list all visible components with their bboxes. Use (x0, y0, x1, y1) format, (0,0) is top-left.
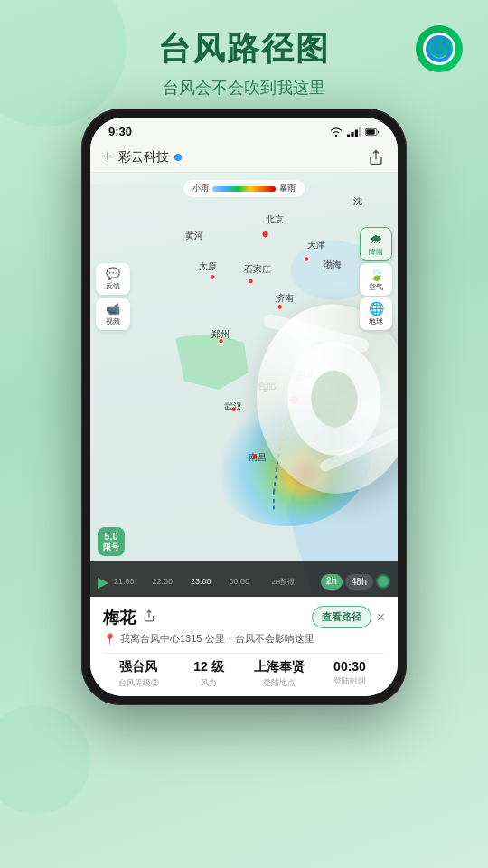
battery-icon (365, 127, 380, 137)
feedback-btn[interactable]: 💬 反馈 (96, 263, 130, 295)
bottom-panel: 梅花 查看路径 × 📍 我离台风中心1315 公里，台风不会影 (90, 597, 398, 696)
typhoon-share-icon[interactable] (143, 609, 155, 625)
feedback-icon: 💬 (98, 267, 128, 280)
city-tianjin: 天津 (307, 239, 325, 251)
stat-level-label: 台风等级② (103, 677, 174, 689)
svg-rect-5 (366, 129, 374, 134)
stat-time: 00:30 登陆时间 (314, 659, 385, 689)
nav-location-dot (174, 154, 182, 161)
live-indicator (376, 574, 390, 589)
city-zhengzhou: 郑州 (211, 328, 230, 341)
timeline-time-3: 23:00 (191, 577, 211, 587)
typhoon-name: 梅花 (103, 607, 136, 628)
city-huanghe: 黄河 (185, 230, 203, 242)
timeline-time-4: 00:00 (230, 577, 250, 587)
stat-time-value: 00:30 (314, 659, 385, 674)
sidebar-air-btn[interactable]: 🍃 空气 (360, 263, 392, 296)
rain-legend: 小雨 暴雨 (183, 180, 305, 197)
right-sidebar: 🌧 降雨 🍃 空气 🌐 地球 (360, 227, 392, 330)
video-btn[interactable]: 📹 视频 (96, 298, 130, 330)
svg-rect-3 (359, 127, 361, 137)
svg-point-15 (262, 231, 269, 238)
left-panel: 💬 反馈 📹 视频 (96, 263, 130, 330)
status-icons (329, 127, 380, 137)
typhoon-spiral-icon (423, 33, 455, 65)
city-shijiazhuang: 石家庄 (244, 263, 271, 276)
stat-place-label: 登陆地点 (244, 677, 314, 689)
legend-bar (212, 186, 276, 192)
header-area: 台风路径图 台风会不会吹到我这里 (0, 27, 488, 99)
city-shen: 沈 (353, 195, 362, 208)
city-wuhan: 武汉 (224, 401, 242, 413)
leaf-icon: 🍃 (361, 267, 390, 281)
location-text: 我离台风中心1315 公里，台风不会影响这里 (120, 632, 314, 646)
typhoon-name-row: 梅花 (103, 607, 155, 628)
rain-icon: 🌧 (362, 231, 389, 246)
svg-rect-2 (355, 129, 358, 137)
stats-grid: 强台风 台风等级② 12 级 风力 上海奉贤 登陆地点 00:30 (103, 653, 385, 689)
svg-point-18 (210, 275, 215, 280)
status-bar: 9:30 (90, 118, 398, 142)
time-48h-btn[interactable]: 48h (345, 574, 373, 590)
timeline-report-label: 2H预报 (271, 577, 295, 587)
nav-plus-icon[interactable]: + (103, 147, 113, 166)
rain-heavy-label: 暴雨 (279, 183, 296, 194)
nav-bar: + 彩云科技 (90, 142, 398, 173)
phone-mockup: 9:30 (81, 108, 407, 705)
stat-level: 强台风 台风等级② (103, 659, 174, 689)
bottom-top-row: 梅花 查看路径 × (103, 606, 385, 628)
svg-point-16 (304, 257, 309, 262)
city-beijing: 北京 (266, 213, 284, 226)
timeline-time-2: 22:00 (153, 577, 174, 587)
svg-point-17 (249, 278, 254, 284)
svg-rect-1 (351, 132, 353, 137)
phone-screen: 9:30 (90, 118, 398, 696)
play-button[interactable]: ▶ (98, 573, 108, 590)
timeline-labels: 21:00 22:00 23:00 00:00 2H预报 (114, 577, 315, 587)
page-subtitle: 台风会不会吹到我这里 (0, 77, 488, 99)
timeline-time-1: 21:00 (114, 577, 135, 587)
rain-light-label: 小雨 (192, 183, 209, 194)
stat-time-label: 登陆时间 (314, 675, 385, 687)
stat-wind-label: 风力 (174, 677, 244, 689)
sidebar-rain-btn[interactable]: 🌧 降雨 (360, 227, 392, 261)
stat-wind: 12 级 风力 (174, 659, 244, 689)
timeline-bar: ▶ 21:00 22:00 23:00 00:00 2H预报 2h 48h (90, 561, 398, 601)
sidebar-earth-btn[interactable]: 🌐 地球 (360, 297, 392, 330)
globe-icon: 🌐 (361, 301, 390, 316)
page-title: 台风路径图 (0, 27, 488, 71)
bg-decor-circle-bl (0, 705, 90, 814)
scale-badge: 5,0 限号 (98, 527, 125, 556)
nav-brand-label: 彩云科技 (118, 149, 169, 165)
city-taiyuan: 太原 (199, 260, 217, 273)
close-button[interactable]: × (377, 609, 385, 626)
typhoon-logo (416, 25, 463, 72)
stat-level-value: 强台风 (103, 659, 174, 675)
map-area[interactable]: 北京 天津 沈 渤海 黄河 石家庄 太原 (90, 173, 398, 607)
nav-share-button[interactable] (367, 148, 385, 166)
svg-rect-0 (347, 134, 350, 137)
video-icon: 📹 (98, 302, 128, 316)
wifi-icon (329, 127, 343, 137)
time-2h-btn[interactable]: 2h (321, 574, 343, 590)
time-buttons: 2h 48h (321, 574, 390, 590)
location-row: 📍 我离台风中心1315 公里，台风不会影响这里 (103, 632, 385, 646)
city-bohai: 渤海 (324, 259, 342, 271)
stat-place-value: 上海奉贤 (244, 659, 314, 675)
stat-place: 上海奉贤 登陆地点 (244, 659, 314, 689)
stat-wind-value: 12 级 (174, 659, 244, 675)
location-pin-icon: 📍 (103, 633, 117, 646)
view-path-button[interactable]: 查看路径 (312, 606, 371, 628)
status-time: 9:30 (108, 125, 132, 138)
signal-icon (347, 127, 361, 137)
